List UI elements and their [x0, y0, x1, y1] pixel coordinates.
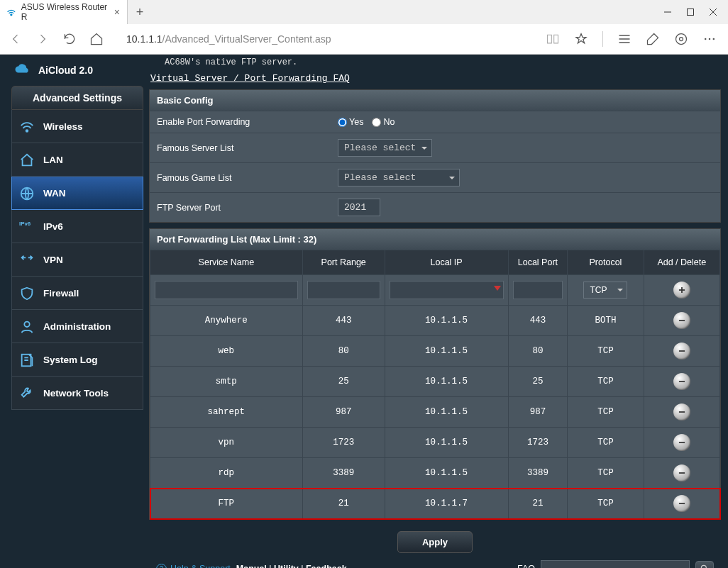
help-support[interactable]: ?Help & Support: [156, 564, 231, 569]
cell-ip: 10.1.1.5: [385, 336, 508, 367]
table-row: Anywhere44310.1.1.5443BOTH: [150, 306, 720, 336]
cell-ip: 10.1.1.5: [385, 306, 508, 336]
port-forwarding-panel: Port Forwarding List (Max Limit : 32) Se…: [149, 228, 721, 520]
protocol-select[interactable]: TCP: [583, 282, 627, 299]
chevron-down-icon[interactable]: [494, 286, 501, 294]
th-ip: Local IP: [385, 250, 508, 275]
sidebar-item-wan[interactable]: WAN: [11, 177, 143, 210]
sidebar-item-label: System Log: [43, 355, 98, 365]
faq-link[interactable]: Virtual Server / Port Forwarding FAQ: [149, 70, 721, 89]
sidebar-item-administration[interactable]: Administration: [11, 310, 143, 343]
router-page: AiCloud 2.0 Advanced Settings WirelessLA…: [0, 55, 728, 568]
cell-ip: 10.1.1.5: [385, 367, 508, 397]
manual-link[interactable]: Manual: [236, 564, 267, 568]
famous-server-select[interactable]: Please select: [338, 139, 432, 157]
enable-pf-label: Enable Port Forwarding: [157, 117, 338, 127]
intro-text: AC68W's native FTP server.: [149, 57, 721, 70]
pf-header: Port Forwarding List (Max Limit : 32): [150, 229, 720, 250]
utility-link[interactable]: Utility: [274, 564, 299, 568]
svg-point-12: [713, 38, 715, 40]
svg-point-13: [26, 130, 28, 132]
faq-search-button[interactable]: [695, 561, 714, 568]
close-icon[interactable]: ×: [114, 6, 120, 18]
more-icon[interactable]: [702, 32, 717, 46]
refresh-button[interactable]: [62, 32, 77, 46]
browser-tab[interactable]: ASUS Wireless Router R ×: [0, 0, 128, 24]
forward-button[interactable]: [35, 32, 50, 46]
vpn-icon: [19, 252, 35, 267]
cell-ip: 10.1.1.5: [385, 428, 508, 458]
address-bar[interactable]: 10.1.1.1/Advanced_VirtualServer_Content.…: [116, 33, 533, 45]
administration-icon: [19, 319, 35, 333]
sidebar-item-wireless[interactable]: Wireless: [11, 110, 143, 143]
cell-proto: TCP: [568, 336, 644, 367]
new-tab-button[interactable]: +: [128, 5, 152, 20]
sidebar-item-firewall[interactable]: Firewall: [11, 277, 143, 310]
sidebar-aicloud[interactable]: AiCloud 2.0: [11, 59, 143, 86]
local-port-input[interactable]: [513, 281, 563, 299]
maximize-button[interactable]: [685, 7, 695, 17]
delete-button[interactable]: [673, 495, 690, 512]
sidebar-item-system-log[interactable]: System Log: [11, 343, 143, 377]
wan-icon: [19, 186, 35, 200]
sidebar-item-vpn[interactable]: VPN: [11, 243, 143, 277]
table-row: vpn172310.1.1.51723TCP: [150, 428, 720, 458]
basic-config-header: Basic Config: [150, 90, 720, 111]
cell-range: 987: [302, 397, 385, 428]
ftp-port-input[interactable]: 2021: [338, 199, 380, 216]
local-ip-input[interactable]: [390, 281, 504, 299]
home-button[interactable]: [89, 32, 104, 46]
delete-button[interactable]: [673, 464, 690, 481]
star-icon[interactable]: [574, 32, 588, 46]
feedback-link[interactable]: Feedback: [306, 564, 347, 568]
notes-icon[interactable]: [646, 32, 660, 46]
th-proto: Protocol: [568, 250, 644, 275]
svg-point-9: [680, 38, 683, 41]
sidebar-item-lan[interactable]: LAN: [11, 143, 143, 177]
sidebar-item-ipv6[interactable]: IPv6IPv6: [11, 210, 143, 243]
reading-icon[interactable]: [546, 32, 560, 46]
sidebar-item-label: IPv6: [43, 221, 63, 232]
firewall-icon: [19, 286, 35, 300]
cell-range: 3389: [302, 458, 385, 489]
cell-ip: 10.1.1.5: [385, 458, 508, 489]
delete-button[interactable]: [673, 434, 690, 451]
cell-range: 80: [302, 336, 385, 367]
sidebar: AiCloud 2.0 Advanced Settings WirelessLA…: [0, 55, 149, 568]
hub-icon[interactable]: [617, 32, 632, 46]
share-icon[interactable]: [674, 32, 688, 46]
delete-button[interactable]: [673, 343, 690, 360]
network-tools-icon: [19, 386, 35, 400]
add-button[interactable]: [673, 282, 690, 299]
faq-search-input[interactable]: [541, 560, 690, 568]
ipv6-icon: IPv6: [19, 219, 35, 233]
cell-range: 25: [302, 367, 385, 397]
minimize-button[interactable]: [663, 7, 673, 17]
delete-button[interactable]: [673, 312, 690, 329]
enable-no-radio[interactable]: No: [372, 117, 395, 127]
footer: ?Help & Support Manual | Utility | Feedb…: [149, 556, 721, 568]
port-range-input[interactable]: [307, 281, 380, 299]
cell-service: sahrept: [150, 397, 303, 428]
svg-point-11: [709, 38, 711, 40]
cell-range: 1723: [302, 428, 385, 458]
enable-yes-radio[interactable]: Yes: [338, 117, 363, 127]
service-name-input[interactable]: [155, 281, 298, 299]
sidebar-item-label: VPN: [43, 255, 63, 265]
apply-row: Apply: [149, 525, 721, 556]
cell-proto: TCP: [568, 428, 644, 458]
basic-config-panel: Basic Config Enable Port Forwarding Yes …: [149, 89, 721, 223]
footer-links: Manual | Utility | Feedback: [236, 564, 347, 568]
delete-button[interactable]: [673, 403, 690, 421]
famous-game-select[interactable]: Please select: [338, 169, 460, 186]
sidebar-section-title: Advanced Settings: [11, 86, 143, 110]
apply-button[interactable]: Apply: [397, 531, 473, 553]
sidebar-menu: WirelessLANWANIPv6IPv6VPNFirewallAdminis…: [11, 110, 143, 410]
cell-port: 21: [508, 489, 568, 519]
th-service: Service Name: [150, 250, 303, 275]
delete-button[interactable]: [673, 373, 690, 390]
wifi-icon: [6, 6, 17, 18]
sidebar-item-network-tools[interactable]: Network Tools: [11, 377, 143, 410]
back-button[interactable]: [9, 32, 23, 46]
window-close-button[interactable]: [708, 7, 718, 17]
